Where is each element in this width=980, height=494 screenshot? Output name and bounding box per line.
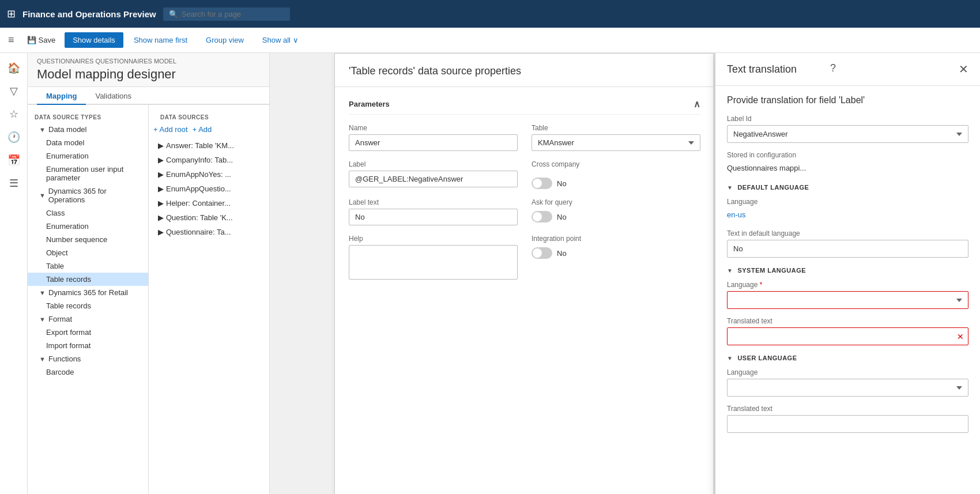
integration-point-toggle[interactable] <box>532 247 552 259</box>
close-button[interactable]: ✕ <box>959 62 968 76</box>
user-language-label: Language <box>727 368 968 376</box>
grid-icon[interactable]: ⊞ <box>7 7 16 20</box>
tree-item-class[interactable]: Class <box>28 206 148 220</box>
expand-arrow-icon: ▶ <box>158 141 164 150</box>
hamburger-icon[interactable]: ≡ <box>5 31 18 50</box>
source-item-enum-app-question[interactable]: ▶ EnumAppQuestio... <box>153 182 265 196</box>
help-integration-row: Help Integration point No <box>349 235 700 280</box>
system-translated-input[interactable] <box>727 327 968 345</box>
save-button[interactable]: 💾 Save <box>20 32 63 48</box>
required-star: * <box>760 281 763 289</box>
tree-item-d365-ops[interactable]: ▼ Dynamics 365 for Operations <box>28 184 148 206</box>
data-sources-label: DATA SOURCES <box>153 110 265 123</box>
tree-item-d365-retail[interactable]: ▼ Dynamics 365 for Retail <box>28 286 148 299</box>
tree-item-data-model[interactable]: Data model <box>28 136 148 149</box>
tree-item-table[interactable]: Table <box>28 259 148 273</box>
filter-icon[interactable]: ▽ <box>3 81 24 101</box>
tree-item-enumeration[interactable]: Enumeration <box>28 149 148 163</box>
tree-item-export-format[interactable]: Export format <box>28 326 148 339</box>
label-id-group: Label Id NegativeAnswer <box>727 115 968 143</box>
user-translated-input[interactable] <box>727 415 968 433</box>
data-source-types-panel: DATA SOURCE TYPES ▼ Data model Data mode… <box>28 105 149 494</box>
breadcrumb: QUESTIONNAIRES QUESTIONNAIRES MODEL <box>37 58 260 65</box>
tab-mapping[interactable]: Mapping <box>37 87 86 105</box>
parameters-label: Parameters <box>349 100 390 108</box>
page-title: Model mapping designer <box>37 67 260 82</box>
tree-item-table-records-retail[interactable]: Table records <box>28 299 148 312</box>
source-item-questionnaire[interactable]: ▶ Questionnaire: Ta... <box>153 225 265 239</box>
show-name-first-button[interactable]: Show name first <box>126 32 195 48</box>
center-modal: 'Table records' data source properties P… <box>334 53 715 494</box>
stored-in-group: Stored in configuration Questionnaires m… <box>727 151 968 175</box>
tree-item-object[interactable]: Object <box>28 246 148 259</box>
tree-item-enum-user-input[interactable]: Enumeration user input parameter <box>28 163 148 184</box>
label-label: Label <box>349 160 518 168</box>
group-view-button[interactable]: Group view <box>198 32 252 48</box>
user-language-section: USER LANGUAGE <box>727 355 968 361</box>
source-item-enum-app-no-yes[interactable]: ▶ EnumAppNoYes: ... <box>153 167 265 182</box>
show-all-button[interactable]: Show all ∨ <box>254 32 307 48</box>
help-label: Help <box>349 235 518 243</box>
label-id-wrapper: NegativeAnswer <box>727 125 968 143</box>
add-child-button[interactable]: + Add <box>193 125 212 134</box>
calendar-icon[interactable]: 📅 <box>3 150 24 171</box>
tab-validations[interactable]: Validations <box>86 87 141 105</box>
tree-item-label: Table records <box>46 275 91 284</box>
source-item-question[interactable]: ▶ Question: Table 'K... <box>153 210 265 225</box>
tree-item-format[interactable]: ▼ Format <box>28 312 148 326</box>
user-language-select[interactable] <box>727 379 968 397</box>
tree-item-barcode[interactable]: Barcode <box>28 365 148 379</box>
expand-arrow-icon: ▶ <box>158 228 164 236</box>
system-language-wrapper <box>727 291 968 309</box>
add-root-button[interactable]: + Add root <box>153 125 188 134</box>
show-details-button[interactable]: Show details <box>65 32 123 48</box>
clear-icon[interactable]: ✕ <box>957 332 964 341</box>
label-text-input[interactable] <box>349 209 518 225</box>
list-icon[interactable]: ☰ <box>3 173 24 194</box>
help-icon[interactable]: ? <box>830 62 836 74</box>
default-text-input[interactable] <box>727 240 968 258</box>
collapse-icon[interactable]: ∧ <box>693 99 700 110</box>
help-group: Help <box>349 235 518 280</box>
source-item-company-info[interactable]: ▶ CompanyInfo: Tab... <box>153 153 265 167</box>
expand-arrow-icon: ▶ <box>158 156 164 164</box>
help-textarea[interactable] <box>349 245 518 280</box>
cross-company-label: Cross company <box>532 160 579 168</box>
arrow-icon: ▼ <box>39 316 46 323</box>
source-item-label: EnumAppNoYes: ... <box>166 170 231 179</box>
label-input[interactable] <box>349 171 518 187</box>
tree-item-label: Class <box>46 209 65 217</box>
tree-item-enum-d365[interactable]: Enumeration <box>28 220 148 233</box>
tree-item-functions[interactable]: ▼ Functions <box>28 352 148 365</box>
source-item-answer[interactable]: ▶ Answer: Table 'KM... <box>153 138 265 153</box>
tree-item-number-sequence[interactable]: Number sequence <box>28 233 148 246</box>
search-box[interactable]: 🔍 <box>163 7 290 21</box>
tree-item-table-records[interactable]: Table records <box>28 273 148 286</box>
tree-item-import-format[interactable]: Import format <box>28 339 148 352</box>
user-language-group: Language <box>727 368 968 397</box>
data-sources-panel: DATA SOURCES + Add root + Add ▶ Answer: … <box>149 105 269 494</box>
tree-item-data-model-parent[interactable]: ▼ Data model <box>28 123 148 136</box>
history-icon[interactable]: 🕐 <box>3 127 24 148</box>
default-language-label: Language <box>727 198 968 206</box>
home-icon[interactable]: 🏠 <box>3 58 24 78</box>
arrow-icon: ▼ <box>39 192 46 199</box>
label-text-group: Label text <box>349 198 518 225</box>
user-translated-text-label: Translated text <box>727 405 968 413</box>
star-icon[interactable]: ☆ <box>3 104 24 125</box>
tree-item-label: Format <box>48 315 72 323</box>
cross-company-value: No <box>557 179 567 188</box>
search-icon: 🔍 <box>169 10 178 18</box>
tree-item-label: Functions <box>48 355 81 363</box>
ask-for-query-toggle[interactable] <box>532 211 552 223</box>
system-language-select[interactable] <box>727 291 968 309</box>
label-id-select[interactable]: NegativeAnswer <box>727 125 968 143</box>
cross-company-toggle[interactable] <box>532 178 552 189</box>
name-input[interactable] <box>349 134 518 151</box>
table-select[interactable]: KMAnswer <box>532 134 700 151</box>
source-item-label: EnumAppQuestio... <box>166 184 231 193</box>
source-item-helper[interactable]: ▶ Helper: Container... <box>153 196 265 210</box>
search-input[interactable] <box>182 10 284 18</box>
tree-item-label: Data model <box>48 125 86 134</box>
label-id-label: Label Id <box>727 115 968 123</box>
